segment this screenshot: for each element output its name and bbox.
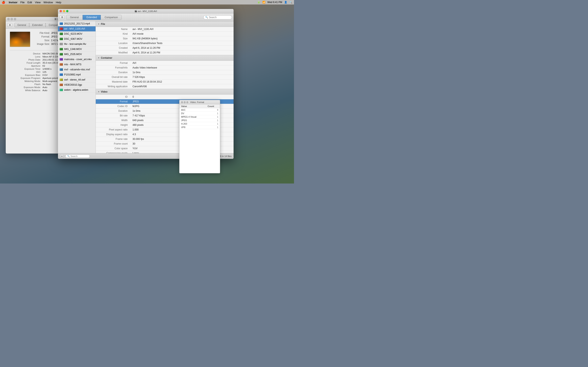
detail-value: f/2 [43,65,45,67]
popup-row-value: MPEG-4 Visual [180,115,206,119]
detail-label: Device: [10,52,43,55]
bg-tab-general[interactable]: General [14,23,29,27]
file-type-icon [60,22,63,25]
table-row: Duration 1s 0ms [96,70,233,75]
main-window-title: avi - MVI_1100.AVI [138,10,157,12]
menubar-edit[interactable]: Edit [27,1,32,4]
menubar-help[interactable]: Help [56,1,61,4]
popup-row-count: 1 [206,112,220,115]
row-val: FRI AUG 03 18:30:04 2012 [130,80,233,84]
row-key: Height [96,123,130,127]
main-tab-comparison[interactable]: Comparison [101,15,122,20]
row-key: Mastered date [96,80,130,84]
bg-thumbnail [10,32,30,47]
popup-col-count: Count [206,104,220,108]
bottom-search-input[interactable] [70,155,88,157]
popup-row-count: 9 [206,108,220,112]
main-tab-extended[interactable]: Extended [83,15,101,20]
popup-max[interactable] [186,101,188,103]
file-name: DSC_6223.MOV [64,33,82,35]
bottom-search-box[interactable]: 🔍 [65,155,90,158]
list-item[interactable]: matroska - cover_art.mkv [58,57,95,62]
format-value: JPEG [51,35,57,38]
main-file-icon: 🎬 [135,10,137,12]
detail-value: Auto [43,89,47,92]
file-name: mxf - xdcamdv-ntsc.mxf [64,68,90,71]
bg-file-icon: 🖼 [54,18,57,20]
list-item[interactable]: DSC_6223.MOV [58,31,95,36]
main-search-box[interactable]: 🔍 [203,15,232,19]
list-item[interactable]: mts - MAX.MTS [58,62,95,67]
add-file-button[interactable]: + [60,154,64,158]
file-type-icon [60,63,63,66]
table-row: Format/Info Audio Video Interleave [96,66,233,70]
menubar-battery-icon: 🔋 [257,1,260,4]
detail-value: 0 EV [43,74,48,76]
popup-col-value: Value [180,104,206,108]
bg-tab-extended[interactable]: Extended [29,23,46,27]
section-toggle[interactable]: ▼ [98,91,100,93]
bg-max-button[interactable] [14,18,16,20]
main-close-button[interactable] [60,10,62,12]
menubar-window[interactable]: Window [43,1,53,4]
row-key: Name [96,27,130,32]
row-val: AVI [130,61,233,66]
list-item[interactable]: f4v - test-sample.f4v [58,42,95,47]
list-item[interactable]: IMG_2535.MOV [58,52,95,57]
main-max-button[interactable] [66,10,68,12]
popup-close[interactable] [181,101,183,103]
row-key: Writing application [96,84,130,89]
menubar-view[interactable]: View [35,1,41,4]
main-tab-general[interactable]: General [66,15,83,20]
table-row: Location /Users/Shared/Invisor Tests [96,41,233,46]
bg-close-button[interactable] [7,18,9,20]
file-type-icon [60,68,63,71]
list-item[interactable]: swf - stereo_44.swf [58,77,95,82]
list-item[interactable]: mxf - xdcamdv-ntsc.mxf [58,67,95,72]
list-item[interactable]: avi - MVI_1100.AVI [58,26,95,31]
file-name: swf - stereo_44.swf [64,78,85,81]
file-type-icon [60,38,63,40]
list-item[interactable]: P1010892.mp4 [58,72,95,77]
main-min-button[interactable] [63,10,65,12]
list-item[interactable]: VIDEO0010.3gp [58,82,95,87]
detail-label: Aperture: [10,65,43,67]
row-val: April 6, 2014 at 11:26 PM [130,46,233,50]
menubar-user-icon: 👤 [284,1,287,4]
list-item[interactable]: 20121202_201713.mp4 [58,21,95,26]
row-val: CanonMVI06 [130,84,233,89]
menubar-wifi-icon: 📶 [262,1,265,4]
popup-row-value: DV [180,112,206,115]
popup-row-count: 1 [206,119,220,122]
row-key: Display aspect ratio [96,132,130,137]
detail-label: Exposure Time: [10,68,43,70]
main-search-input[interactable] [209,16,230,19]
bg-min-button[interactable] [11,18,13,20]
bg-sidebar-toggle[interactable]: ☰ [7,23,12,27]
section-header-video[interactable]: ▼ Video [96,89,233,95]
section-toggle[interactable]: ▼ [98,57,100,59]
row-key: Location [96,41,130,46]
file-type-icon [60,58,63,60]
menubar-app-name[interactable]: Invisor [9,1,17,4]
detail-value: Multi-segment [43,80,57,82]
row-key: Duration [96,70,130,75]
table-row: VP8 1 [180,125,220,129]
section-header-file[interactable]: ▼ File [96,21,233,27]
list-item[interactable]: webm - algebra.webm [58,87,95,92]
section-toggle[interactable]: ▼ [98,23,100,25]
list-item[interactable]: DSC_6367.MOV [58,36,95,42]
list-item[interactable]: IMG_1348.MOV [58,47,95,52]
apple-menu-icon[interactable]: 🍎 [2,1,5,4]
file-name: avi - MVI_1100.AVI [64,27,85,30]
menubar-search-icon[interactable]: 🔍 [289,1,292,4]
section-header-container[interactable]: ▼ Container [96,55,233,61]
file-type-icon [60,27,63,30]
menubar-file[interactable]: File [20,1,25,4]
popup-titlebar: Video: Format [180,100,220,104]
popup-row-value: JPEG [180,119,206,122]
popup-min[interactable] [184,101,186,103]
row-key: Duration [96,109,130,113]
main-sidebar-toggle[interactable]: ☰ [60,16,65,19]
table-row: H.263 1 [180,122,220,125]
